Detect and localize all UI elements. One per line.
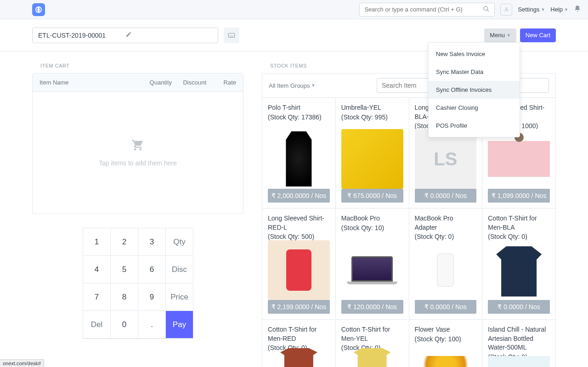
numpad-8[interactable]: 8	[111, 283, 138, 311]
menu-button[interactable]: Menu▼	[484, 28, 516, 42]
item-stock: (Stock Qty: 10)	[341, 224, 403, 231]
numpad: 1 2 3 Qty 4 5 6 Disc 7 8 9 Price Del 0 .…	[83, 228, 193, 339]
keyboard-shortcut-button[interactable]	[224, 28, 239, 43]
numpad-9[interactable]: 9	[138, 283, 166, 311]
col-discount: Discount	[172, 79, 206, 86]
chevron-down-icon: ▼	[541, 7, 545, 12]
numpad-1[interactable]: 1	[83, 228, 111, 256]
cart-icon	[131, 139, 144, 155]
item-stock: (Stock Qty: 995)	[341, 113, 403, 121]
numpad-3[interactable]: 3	[138, 228, 166, 256]
item-stock: (Stock Qty: 0)	[488, 233, 550, 240]
search-icon	[483, 6, 490, 14]
menu-dropdown: New Sales Invoice Sync Master Data Sync …	[428, 42, 520, 137]
numpad-6[interactable]: 6	[138, 256, 166, 283]
chevron-down-icon: ▼	[507, 33, 511, 38]
item-stock: (Stock Qty: 17386)	[268, 113, 330, 121]
item-image	[488, 129, 550, 189]
item-price: ₹ 2,000.0000 / Nos	[268, 189, 330, 203]
item-cart-label: ITEM CART	[32, 58, 243, 73]
svg-point-1	[484, 6, 488, 10]
item-image: LS	[415, 129, 477, 189]
numpad-dot[interactable]: .	[138, 311, 166, 339]
numpad-price[interactable]: Price	[166, 283, 193, 311]
item-image	[341, 240, 403, 300]
customer-value: ETL-CUST-2019-00001	[38, 32, 125, 39]
item-image	[341, 129, 403, 189]
numpad-4[interactable]: 4	[83, 256, 111, 283]
item-card[interactable]: Cotton T-Shirt for Men-YEL(Stock Qty: 0)	[336, 320, 409, 367]
item-name: Umbrella-YEL	[341, 103, 403, 113]
numpad-5[interactable]: 5	[111, 256, 138, 283]
item-card[interactable]: Umbrella-YEL(Stock Qty: 995)₹ 675.0000 /…	[336, 97, 409, 209]
item-image	[488, 356, 550, 367]
item-price: ₹ 0.0000 / Nos	[415, 300, 477, 314]
item-price: ₹ 2,199.0000 / Nos	[268, 300, 330, 314]
new-cart-button[interactable]: New Cart	[520, 28, 556, 42]
item-stock: (Stock Qty: 0)	[415, 233, 477, 240]
numpad-7[interactable]: 7	[83, 283, 111, 311]
item-group-dropdown[interactable]: All Item Groups▼	[269, 82, 316, 89]
app-logo[interactable]	[32, 3, 45, 16]
numpad-pay[interactable]: Pay	[166, 311, 193, 339]
item-price: ₹ 675.0000 / Nos	[341, 189, 403, 203]
chevron-down-icon: ▼	[311, 83, 316, 88]
pencil-icon[interactable]	[125, 31, 213, 39]
bell-icon[interactable]	[574, 5, 581, 14]
menu-new-sales-invoice[interactable]: New Sales Invoice	[429, 45, 520, 63]
status-bar-url: onext.com/desk#	[0, 359, 44, 367]
col-quantity: Quantity	[140, 79, 172, 86]
item-card[interactable]: Polo T-shirt(Stock Qty: 17386)₹ 2,000.00…	[262, 97, 336, 209]
item-card[interactable]: Cotton T-Shirt for Men-RED(Stock Qty: 0)	[262, 320, 336, 367]
cart-empty-state: Tap items to add them here	[33, 92, 243, 214]
numpad-disc[interactable]: Disc	[166, 256, 193, 283]
item-name: Cotton T-Shirt for Men-RED	[268, 325, 330, 343]
menu-sync-offline-invoices[interactable]: Sync Offline Invoices	[429, 81, 520, 99]
menu-cashier-closing[interactable]: Cashier Closing	[429, 99, 520, 117]
item-name: Long Sleeved Shirt-RED-L	[268, 214, 330, 232]
chevron-down-icon: ▼	[564, 7, 568, 12]
svg-rect-2	[228, 33, 235, 37]
item-card[interactable]: Island Chill - Natural Artesian Bottled …	[482, 320, 556, 367]
item-card[interactable]: Flower Vase(Stock Qty: 100)	[409, 320, 483, 367]
global-search[interactable]	[359, 3, 495, 17]
numpad-2[interactable]: 2	[111, 228, 138, 256]
col-item-name: Item Name	[40, 79, 140, 86]
item-image	[268, 129, 330, 189]
item-image	[341, 356, 403, 367]
item-price: ₹ 1,099.0000 / Nos	[488, 189, 550, 203]
numpad-0[interactable]: 0	[111, 311, 138, 339]
item-image	[415, 240, 477, 300]
menu-pos-profile[interactable]: POS Profile	[429, 117, 520, 135]
numpad-del[interactable]: Del	[83, 311, 111, 339]
item-price: ₹ 0.0000 / Nos	[415, 189, 477, 203]
item-card[interactable]: MacBook Pro Adapter(Stock Qty: 0)₹ 0.000…	[409, 209, 483, 320]
customer-field[interactable]: ETL-CUST-2019-00001	[32, 28, 218, 43]
item-image	[488, 240, 550, 300]
numpad-qty[interactable]: Qty	[166, 228, 193, 256]
settings-link[interactable]: Settings▼	[518, 6, 545, 13]
item-image	[268, 356, 330, 367]
menu-sync-master-data[interactable]: Sync Master Data	[429, 63, 520, 81]
avatar[interactable]: A	[500, 4, 512, 16]
item-name: MacBook Pro Adapter	[415, 214, 477, 232]
item-grid: Polo T-shirt(Stock Qty: 17386)₹ 2,000.00…	[262, 97, 556, 367]
item-image	[415, 356, 477, 367]
item-price: ₹ 120.0000 / Nos	[341, 300, 403, 314]
help-link[interactable]: Help▼	[550, 6, 568, 13]
item-stock: (Stock Qty: 100)	[415, 335, 477, 343]
cart-table: Item Name Quantity Discount Rate Tap ite…	[32, 73, 243, 214]
item-stock: (Stock Qty: 500)	[268, 233, 330, 240]
item-name: Cotton T-Shirt for Men-BLA	[488, 214, 550, 232]
item-card[interactable]: MacBook Pro(Stock Qty: 10)₹ 120.0000 / N…	[336, 209, 409, 320]
topbar: A Settings▼ Help▼	[0, 0, 588, 19]
item-name: MacBook Pro	[341, 214, 403, 223]
item-card[interactable]: Cotton T-Shirt for Men-BLA(Stock Qty: 0)…	[482, 209, 556, 320]
item-name: Polo T-shirt	[268, 103, 330, 113]
global-search-input[interactable]	[364, 6, 483, 13]
item-name: Island Chill - Natural Artesian Bottled …	[488, 325, 550, 352]
item-card[interactable]: Long Sleeved Shirt-RED-L(Stock Qty: 500)…	[262, 209, 336, 320]
item-name: Flower Vase	[415, 325, 477, 334]
item-price: ₹ 0.0000 / Nos	[488, 300, 550, 314]
item-image	[268, 240, 330, 300]
